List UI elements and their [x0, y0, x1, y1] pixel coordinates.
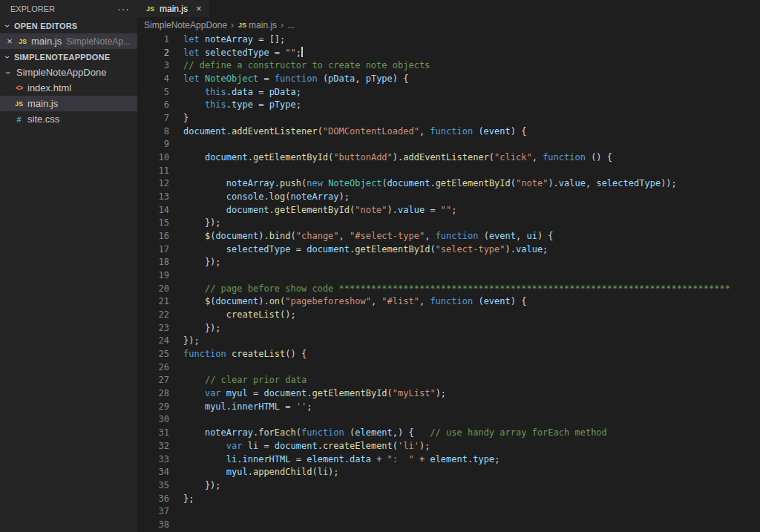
code-line[interactable]: 37 — [137, 505, 760, 519]
code-line[interactable]: 31 noteArray.forEach(function (element,)… — [137, 427, 760, 440]
code-line-content: this.data = pData; — [183, 86, 301, 99]
breadcrumb: SimpleNoteAppDone›JSmain.js›... — [137, 17, 760, 33]
code-line[interactable]: 1let noteArray = []; — [137, 33, 760, 47]
html-file-icon: <> — [13, 84, 24, 92]
open-editors-header[interactable]: › OPEN EDITORS — [0, 18, 137, 33]
code-line[interactable]: 26 — [137, 361, 760, 375]
code-line[interactable]: 22 createList(); — [137, 309, 760, 322]
code-line[interactable]: 14 document.getElementById("note").value… — [137, 204, 760, 217]
line-number: 32 — [137, 440, 169, 453]
code-line-content: $(document).on("pagebeforeshow", "#list"… — [183, 295, 526, 309]
code-line[interactable]: 7} — [137, 112, 760, 125]
line-number: 22 — [137, 309, 169, 322]
line-number: 34 — [137, 466, 169, 479]
code-line[interactable]: 35 }); — [137, 479, 760, 493]
code-line[interactable]: 25function createList() { — [137, 348, 760, 361]
code-line[interactable]: 27 // clear prior data — [137, 374, 760, 387]
code-line[interactable]: 4let NoteObject = function (pData, pType… — [137, 73, 760, 86]
code-line-content: var li = document.createElement('li'); — [183, 440, 430, 453]
close-icon[interactable]: × — [4, 36, 15, 47]
project-section-header[interactable]: › SIMPLENOTEAPPDONE — [0, 49, 137, 65]
code-line[interactable]: 28 var myul = document.getElementById("m… — [137, 387, 760, 401]
code-line[interactable]: 5 this.data = pData; — [137, 86, 760, 99]
code-line[interactable]: 11 — [137, 165, 760, 178]
line-number: 31 — [137, 427, 169, 440]
line-number: 4 — [137, 73, 169, 86]
code-line[interactable]: 9 — [137, 138, 760, 151]
explorer-header: EXPLORER ··· — [0, 0, 137, 18]
tab-main-js[interactable]: JS main.js × — [137, 0, 209, 17]
code-line[interactable]: 20 // page before show code ************… — [137, 283, 760, 296]
code-line[interactable]: 17 selectedType = document.getElementByI… — [137, 243, 760, 257]
line-number: 37 — [137, 505, 169, 519]
code-line[interactable]: 10 document.getElementById("buttonAdd").… — [137, 151, 760, 165]
breadcrumb-item[interactable]: ... — [287, 20, 295, 30]
code-line[interactable]: 24}); — [137, 335, 760, 348]
code-line[interactable]: 34 myul.appendChild(li); — [137, 466, 760, 479]
breadcrumb-separator-icon: › — [281, 20, 284, 30]
open-editor-main-js[interactable]: × JS main.js SimpleNoteAp... — [0, 33, 137, 49]
code-line[interactable]: 32 var li = document.createElement('li')… — [137, 440, 760, 453]
code-line[interactable]: 3// define a constructor to create note … — [137, 59, 760, 73]
code-line-content: // define a constructor to create note o… — [183, 59, 430, 73]
code-line[interactable]: 2let selectedType = ""; — [137, 47, 760, 60]
vscode-window: EXPLORER ··· › OPEN EDITORS × JS main.js… — [0, 0, 760, 532]
tab-close-icon[interactable]: × — [196, 3, 202, 14]
code-line[interactable]: 12 noteArray.push(new NoteObject(documen… — [137, 177, 760, 191]
tree-item-label: main.js — [27, 98, 58, 109]
code-line-content: }); — [183, 217, 221, 230]
code-line[interactable]: 19 — [137, 269, 760, 283]
tree-item-main.js[interactable]: JSmain.js — [0, 96, 137, 111]
open-editor-path: SimpleNoteAp... — [66, 36, 131, 47]
code-line[interactable]: 29 myul.innerHTML = ''; — [137, 401, 760, 414]
code-line-content: document.getElementById("buttonAdd").add… — [183, 151, 612, 165]
code-line[interactable]: 36}; — [137, 493, 760, 506]
code-line-content: li.innerHTML = element.data + ": " + ele… — [183, 453, 499, 467]
code-line[interactable]: 21 $(document).on("pagebeforeshow", "#li… — [137, 295, 760, 309]
code-line-content: myul.innerHTML = ''; — [183, 401, 312, 414]
code-line[interactable]: 6 this.type = pType; — [137, 99, 760, 112]
code-line[interactable]: 30 — [137, 413, 760, 427]
code-line-content: } — [183, 112, 189, 125]
tree-item-simplenoteappdone[interactable]: ›SimpleNoteAppDone — [0, 65, 137, 80]
line-number: 33 — [137, 453, 169, 467]
code-line-content: myul.appendChild(li); — [183, 466, 339, 479]
chevron-down-icon: › — [3, 68, 13, 78]
code-line-content: createList(); — [183, 309, 296, 322]
code-line-content: // clear prior data — [183, 374, 307, 387]
code-line[interactable]: 15 }); — [137, 217, 760, 230]
code-editor[interactable]: 1let noteArray = [];2let selectedType = … — [137, 33, 760, 532]
line-number: 6 — [137, 99, 169, 112]
line-number: 29 — [137, 401, 169, 414]
open-editors-label: OPEN EDITORS — [14, 22, 77, 30]
line-number: 9 — [137, 138, 169, 151]
line-number: 11 — [137, 165, 169, 178]
breadcrumb-item[interactable]: SimpleNoteAppDone — [144, 20, 227, 30]
code-line[interactable]: 13 console.log(noteArray); — [137, 191, 760, 204]
js-file-icon: JS — [238, 22, 247, 29]
line-number: 3 — [137, 59, 169, 73]
code-line-content: }; — [183, 493, 194, 506]
line-number: 24 — [137, 335, 169, 348]
chevron-down-icon: › — [2, 21, 13, 31]
more-actions-icon[interactable]: ··· — [117, 3, 130, 15]
tree-item-label: index.html — [27, 82, 71, 93]
code-line[interactable]: 16 $(document).bind("change", "#select-t… — [137, 230, 760, 243]
text-cursor — [301, 47, 303, 57]
code-line-content: function createList() { — [183, 348, 307, 361]
code-line[interactable]: 8document.addEventListener("DOMContentLo… — [137, 125, 760, 139]
tree-item-index.html[interactable]: <>index.html — [0, 80, 137, 96]
code-line[interactable]: 18 }); — [137, 256, 760, 269]
tree-item-label: site.css — [27, 114, 59, 125]
tree-item-site.css[interactable]: #site.css — [0, 111, 137, 127]
code-line[interactable]: 23 }); — [137, 322, 760, 335]
line-number: 26 — [137, 361, 169, 375]
code-line-content: $(document).bind("change", "#select-type… — [183, 230, 554, 243]
line-number: 27 — [137, 374, 169, 387]
js-file-icon: JS — [13, 100, 24, 108]
explorer-title: EXPLORER — [10, 4, 55, 13]
line-number: 1 — [137, 33, 169, 47]
breadcrumb-item[interactable]: main.js — [249, 20, 277, 30]
code-line[interactable]: 33 li.innerHTML = element.data + ": " + … — [137, 453, 760, 467]
code-line[interactable]: 38 — [137, 519, 760, 532]
